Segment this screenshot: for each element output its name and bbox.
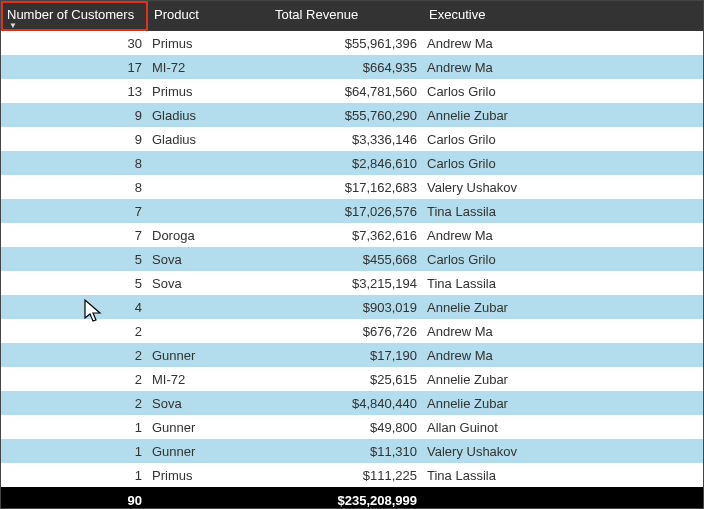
cell-total-revenue: $17,026,576 xyxy=(269,199,423,223)
cell-total-revenue: $4,840,440 xyxy=(269,391,423,415)
header-row: Number of Customers ▼ Product Total Reve… xyxy=(1,1,703,31)
table-row[interactable]: 2MI-72$25,615Annelie Zubar xyxy=(1,367,703,391)
cell-number-of-customers: 4 xyxy=(1,295,148,319)
cell-executive: Andrew Ma xyxy=(423,343,703,367)
cell-total-revenue: $49,800 xyxy=(269,415,423,439)
cell-executive: Carlos Grilo xyxy=(423,127,703,151)
cell-total-revenue: $3,336,146 xyxy=(269,127,423,151)
col-header-label: Executive xyxy=(429,7,485,22)
cell-total-revenue: $64,781,560 xyxy=(269,79,423,103)
table-row[interactable]: 2Gunner$17,190Andrew Ma xyxy=(1,343,703,367)
cell-product xyxy=(148,295,269,319)
cell-executive: Andrew Ma xyxy=(423,223,703,247)
cell-product: Primus xyxy=(148,31,269,55)
cell-executive: Valery Ushakov xyxy=(423,175,703,199)
cell-total-revenue: $903,019 xyxy=(269,295,423,319)
col-header-label: Product xyxy=(154,7,199,22)
cell-product: Doroga xyxy=(148,223,269,247)
col-header-number-of-customers[interactable]: Number of Customers ▼ xyxy=(1,1,148,31)
footer-empty xyxy=(423,487,703,508)
cell-number-of-customers: 2 xyxy=(1,343,148,367)
cell-number-of-customers: 17 xyxy=(1,55,148,79)
cell-executive: Carlos Grilo xyxy=(423,151,703,175)
table-row[interactable]: 30Primus$55,961,396Andrew Ma xyxy=(1,31,703,55)
cell-number-of-customers: 9 xyxy=(1,127,148,151)
cell-total-revenue: $25,615 xyxy=(269,367,423,391)
col-header-product[interactable]: Product xyxy=(148,1,269,31)
cell-product: Gladius xyxy=(148,103,269,127)
col-header-label: Number of Customers xyxy=(7,7,134,22)
cell-product: Sova xyxy=(148,391,269,415)
table-row[interactable]: 8$17,162,683Valery Ushakov xyxy=(1,175,703,199)
cell-number-of-customers: 2 xyxy=(1,367,148,391)
table-row[interactable]: 7$17,026,576Tina Lassila xyxy=(1,199,703,223)
col-header-label: Total Revenue xyxy=(275,7,358,22)
col-header-total-revenue[interactable]: Total Revenue xyxy=(269,1,423,31)
cell-executive: Andrew Ma xyxy=(423,319,703,343)
cell-executive: Andrew Ma xyxy=(423,55,703,79)
cell-executive: Annelie Zubar xyxy=(423,367,703,391)
cell-total-revenue: $676,726 xyxy=(269,319,423,343)
cell-number-of-customers: 5 xyxy=(1,271,148,295)
cell-number-of-customers: 7 xyxy=(1,223,148,247)
cell-total-revenue: $3,215,194 xyxy=(269,271,423,295)
cell-number-of-customers: 30 xyxy=(1,31,148,55)
table-row[interactable]: 13Primus$64,781,560Carlos Grilo xyxy=(1,79,703,103)
cell-total-revenue: $111,225 xyxy=(269,463,423,487)
col-header-executive[interactable]: Executive xyxy=(423,1,703,31)
cell-number-of-customers: 1 xyxy=(1,439,148,463)
cell-product: Gunner xyxy=(148,415,269,439)
table-row[interactable]: 2Sova$4,840,440Annelie Zubar xyxy=(1,391,703,415)
cell-product xyxy=(148,199,269,223)
cell-total-revenue: $455,668 xyxy=(269,247,423,271)
table-row[interactable]: 8$2,846,610Carlos Grilo xyxy=(1,151,703,175)
cell-executive: Valery Ushakov xyxy=(423,439,703,463)
cell-total-revenue: $11,310 xyxy=(269,439,423,463)
table-row[interactable]: 1Primus$111,225Tina Lassila xyxy=(1,463,703,487)
cell-total-revenue: $7,362,616 xyxy=(269,223,423,247)
cell-product: Sova xyxy=(148,247,269,271)
cell-executive: Tina Lassila xyxy=(423,271,703,295)
cell-total-revenue: $664,935 xyxy=(269,55,423,79)
table-row[interactable]: 1Gunner$11,310Valery Ushakov xyxy=(1,439,703,463)
table-row[interactable]: 7Doroga$7,362,616Andrew Ma xyxy=(1,223,703,247)
cell-total-revenue: $17,190 xyxy=(269,343,423,367)
cell-product: Primus xyxy=(148,79,269,103)
sort-desc-icon: ▼ xyxy=(9,22,17,30)
cell-number-of-customers: 7 xyxy=(1,199,148,223)
cell-product xyxy=(148,151,269,175)
table-row[interactable]: 4$903,019Annelie Zubar xyxy=(1,295,703,319)
cell-product: MI-72 xyxy=(148,367,269,391)
table-row[interactable]: 9Gladius$3,336,146Carlos Grilo xyxy=(1,127,703,151)
cell-product: Gunner xyxy=(148,343,269,367)
footer-total-customers: 90 xyxy=(1,487,148,508)
cell-number-of-customers: 13 xyxy=(1,79,148,103)
cell-executive: Annelie Zubar xyxy=(423,391,703,415)
cell-number-of-customers: 8 xyxy=(1,175,148,199)
cell-executive: Andrew Ma xyxy=(423,31,703,55)
table-row[interactable]: 1Gunner$49,800Allan Guinot xyxy=(1,415,703,439)
table-row[interactable]: 5Sova$3,215,194Tina Lassila xyxy=(1,271,703,295)
cell-total-revenue: $2,846,610 xyxy=(269,151,423,175)
footer-empty xyxy=(148,487,269,508)
cell-executive: Allan Guinot xyxy=(423,415,703,439)
table-row[interactable]: 9Gladius$55,760,290Annelie Zubar xyxy=(1,103,703,127)
table-row[interactable]: 17MI-72$664,935Andrew Ma xyxy=(1,55,703,79)
table-row[interactable]: 2$676,726Andrew Ma xyxy=(1,319,703,343)
cell-product: Sova xyxy=(148,271,269,295)
footer-total-revenue: $235,208,999 xyxy=(269,487,423,508)
cell-product: Primus xyxy=(148,463,269,487)
cell-number-of-customers: 1 xyxy=(1,463,148,487)
cell-total-revenue: $55,760,290 xyxy=(269,103,423,127)
cell-number-of-customers: 5 xyxy=(1,247,148,271)
cell-number-of-customers: 2 xyxy=(1,391,148,415)
cell-number-of-customers: 2 xyxy=(1,319,148,343)
table-row[interactable]: 5Sova$455,668Carlos Grilo xyxy=(1,247,703,271)
data-table-container: Number of Customers ▼ Product Total Reve… xyxy=(1,1,703,508)
cell-executive: Tina Lassila xyxy=(423,463,703,487)
cell-product xyxy=(148,175,269,199)
cell-total-revenue: $55,961,396 xyxy=(269,31,423,55)
cell-product: MI-72 xyxy=(148,55,269,79)
cell-executive: Tina Lassila xyxy=(423,199,703,223)
cell-executive: Annelie Zubar xyxy=(423,103,703,127)
